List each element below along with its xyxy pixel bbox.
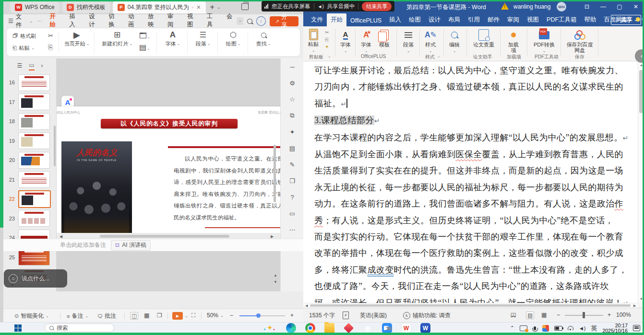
search-icon[interactable] [247, 19, 252, 24]
menu-overflow-chevron-icon[interactable]: › [237, 17, 243, 25]
cut-icon[interactable]: ✂ [48, 32, 53, 40]
format-painter-icon[interactable]: ✦ [325, 44, 329, 50]
language-status[interactable]: 英语(美国) [360, 312, 387, 320]
slide-thumbnail[interactable] [18, 93, 50, 110]
notes-placeholder[interactable]: 单击此处添加备注 [60, 241, 106, 249]
microphone-icon[interactable] [534, 326, 536, 330]
wifi-icon[interactable] [568, 326, 573, 330]
comments-button[interactable]: 🗨 批注 [97, 312, 116, 320]
star-icon[interactable]: ☆ [281, 91, 304, 107]
notes-button[interactable]: ≡ 备注 ⌄ [67, 312, 88, 320]
slide-thumbnail[interactable] [18, 210, 50, 227]
zoom-out-button[interactable]: − [230, 312, 233, 319]
sign-icon[interactable]: ✎ [281, 156, 304, 173]
close-tab-icon[interactable]: ✕ [196, 4, 201, 11]
battery-icon[interactable] [554, 326, 562, 331]
web-layout-button[interactable]: ▦ [541, 312, 547, 318]
tab-list-chevron-icon[interactable]: ⌄ [217, 5, 221, 10]
slide-view-icon[interactable]: ▭ [29, 62, 34, 70]
more-menus-icon[interactable]: ⋯ [36, 18, 42, 24]
word-horizontal-scrollbar[interactable]: ◀ ▶ [303, 303, 638, 308]
ribbon-tab-布局[interactable]: 布局 [444, 13, 464, 26]
hidden-icons-chevron[interactable]: ⌃ [510, 325, 514, 331]
taskbar-app-meeting[interactable] [382, 323, 392, 333]
document-line[interactable]: 也便成了路”。今天，我们正在走一条“以人民为中心”的道路，这条路或许坎 [314, 278, 635, 294]
shapes-icon[interactable]: ⧉ [281, 107, 304, 124]
font-menu-button[interactable]: A 字体⌄ [161, 31, 184, 47]
slide-thumbnail[interactable] [18, 152, 50, 169]
accessibility-status[interactable]: ♿ 辅助功能: 调查 [403, 312, 451, 320]
ribbon-tab-绘图[interactable]: 绘图 [405, 13, 425, 26]
document-line[interactable]: 多，终将汇聚成改变时代的洪流。鲁迅先生曾言：“世上本没有路，走的人多了， [314, 262, 635, 278]
slide-thumbnail[interactable] [18, 113, 50, 130]
lookup-icon[interactable]: ❒ [281, 173, 304, 189]
smart-beautify-button[interactable]: ⊙ 智能美化 ⌄ [14, 312, 49, 320]
paste-button[interactable]: ⎗ 粘贴 ⌄ [12, 44, 35, 52]
ribbon-tab-引用[interactable]: 引用 [464, 13, 484, 26]
slide-thumbnail[interactable] [18, 171, 50, 188]
officeplus-font-button[interactable]: A⃰ 字体 ⌄ [358, 29, 374, 54]
start-button[interactable] [14, 324, 22, 332]
slide-layout-icon[interactable]: 🗔 [139, 32, 147, 40]
zoom-in-button[interactable]: + [608, 312, 611, 318]
scroll-up-icon[interactable]: ▲ [640, 63, 643, 67]
avatar[interactable]: WH [557, 2, 566, 12]
scroll-thumb[interactable] [639, 70, 643, 113]
proofing-status-icon[interactable]: ✗ [343, 312, 349, 319]
file-menu-button[interactable]: ☰ 文件 ⌄ [8, 13, 33, 29]
slide-thumbnail[interactable] [18, 132, 50, 149]
scroll-down-icon[interactable]: ▼ [640, 297, 643, 300]
scroll-right-icon[interactable]: ▶ [633, 304, 636, 308]
maximize-button[interactable]: ▢ [611, 0, 628, 13]
taskbar-search-box[interactable]: 搜索 [45, 323, 114, 332]
save-to-baidu-button[interactable]: 保存到百度网盘 [564, 29, 595, 53]
ime-indicator[interactable]: 英 [591, 324, 597, 333]
ribbon-tab-OfficePLUS[interactable]: OfficePLUS [346, 15, 385, 26]
paragraph-menu-button[interactable]: 段落 ⌄ [400, 29, 417, 54]
slide-section-icon[interactable]: ▤ [139, 44, 146, 51]
slide-title-banner[interactable]: 以《人民的名义》接受人民的审判 [101, 119, 238, 128]
zoom-out-button[interactable]: − [557, 312, 560, 318]
slide-thumbnail[interactable] [18, 74, 50, 91]
copy-icon[interactable]: ⎘ [325, 36, 329, 43]
screen-cast-icon[interactable] [520, 325, 527, 331]
cloud-upload-icon[interactable]: ↑ [256, 16, 266, 26]
panel-scrollbar[interactable] [54, 126, 56, 166]
collapse-icon[interactable]: ─ [281, 58, 304, 75]
font-menu-button[interactable]: A 字体 ⌄ [338, 29, 353, 54]
collapse-panel-icon[interactable]: › [41, 62, 43, 70]
ribbon-tab-文件[interactable]: 文件 [307, 13, 327, 26]
taskbar-app-edge[interactable] [286, 323, 296, 333]
start-from-current-button[interactable]: ▶ 当页开始⌄ [62, 31, 92, 47]
canvas-scrollbar[interactable] [274, 145, 276, 202]
document-line[interactable]: 改革的举措中，体现在每一个医疗救助的案例上，这些看似微小的改变，积少成 [314, 245, 635, 261]
reading-view-button[interactable]: ❒ [157, 312, 162, 319]
document-line[interactable]: 在学习本课程的内容之后，学生能够更加深入理解“以人民为中心”的发展思想。↵ [314, 129, 635, 146]
slide-thumbnail[interactable] [18, 249, 50, 266]
read-mode-button[interactable]: 🕮 [511, 312, 516, 318]
beautify-wand-icon[interactable]: ✦ [281, 124, 304, 140]
slideshow-button[interactable]: ▶⌄ [172, 312, 188, 320]
document-line[interactable]: 可让学生展开讨论，最后总结：以人民为中心，坚守道义之重。唯有铁腕发力、 [314, 62, 635, 79]
pin-icon[interactable]: ▫ [192, 5, 194, 10]
scroll-right-icon[interactable]: ▶ [271, 234, 274, 239]
scroll-left-icon[interactable]: ◀ [305, 304, 308, 308]
copy-icon[interactable]: ⎘ [48, 44, 53, 51]
zoom-slider-handle[interactable] [256, 313, 261, 318]
document-line[interactable]: 秀；有人说，这是形式主义。但历史终将证明，“以人民为中心”绝不是空话， [314, 212, 635, 229]
find-menu-button[interactable]: 查找⌄ [252, 31, 275, 47]
minimize-button[interactable]: — [595, 0, 611, 13]
word-count[interactable]: 1535 个字 [309, 312, 335, 320]
taskbar-app-diamond[interactable] [344, 323, 354, 333]
copilot-sparkle-icon[interactable]: ✦✦✦ [263, 323, 277, 333]
addins-button[interactable]: 加载项 [503, 29, 524, 53]
current-slide[interactable]: 坚持以人民为中心 第四章 坚持以人民为中心 以《人民的名义》接受人民的审判 人民… [57, 106, 280, 249]
word-document-page[interactable]: 可让学生展开讨论，最后总结：以人民为中心，坚守道义之重。唯有铁腕发力、刀刃向内，… [303, 61, 638, 303]
zoom-level-button[interactable]: 100% [616, 312, 631, 318]
scroll-left-icon[interactable]: ◀ [60, 234, 62, 239]
zoom-slider-track[interactable] [239, 315, 285, 316]
document-line[interactable]: 从温饱不足到全面小康，从看病难到医保全覆盖，从上学难到教育普惠，人民的 [314, 146, 635, 162]
print-layout-button[interactable]: ▤ [526, 312, 534, 319]
ai-speech-button[interactable]: ⊡ AI 演讲稿 [111, 240, 151, 251]
new-tab-button[interactable]: + [210, 3, 215, 12]
